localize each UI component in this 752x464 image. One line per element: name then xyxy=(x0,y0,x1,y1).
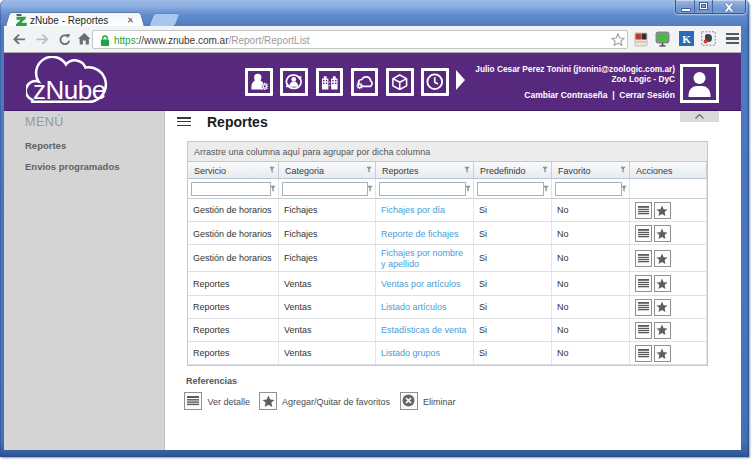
svg-text:zNube: zNube xyxy=(33,75,106,105)
svg-text:K: K xyxy=(682,33,691,45)
